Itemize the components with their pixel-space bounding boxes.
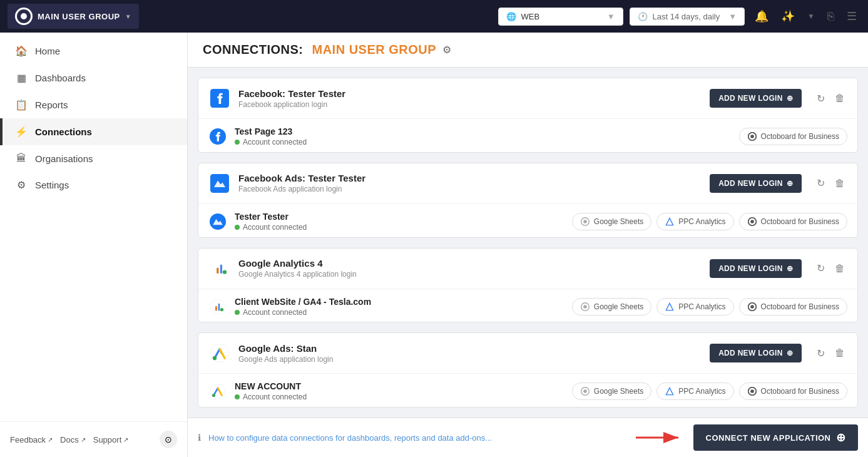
status-text: Account connected — [243, 308, 307, 317]
share-button[interactable]: ⎘ — [824, 6, 838, 27]
account-info: NEW ACCOUNT Account connected — [235, 381, 564, 401]
card-info: Google Analytics 4 Google Analytics 4 ap… — [238, 258, 702, 279]
sidebar-item-reports[interactable]: 📋 Reports — [0, 91, 187, 118]
card-header: Google Ads: Stan Google Ads application … — [198, 333, 857, 374]
status-dot — [235, 140, 240, 145]
account-logo — [208, 297, 227, 316]
octoboard-badge[interactable]: Octoboard for Business — [739, 213, 847, 230]
card-actions: ↻ 🗑 — [814, 175, 847, 192]
date-range-label: Last 14 days, daily — [653, 12, 720, 21]
target-badges: Google Sheets PPC Analytics — [572, 298, 847, 316]
delete-button[interactable]: 🗑 — [832, 260, 847, 277]
group-settings-button[interactable]: ⚙ — [442, 44, 451, 56]
ppc-badge[interactable]: PPC Analytics — [656, 298, 733, 316]
feedback-link[interactable]: Feedback ↗ — [10, 435, 53, 444]
connections-list: Facebook: Tester Tester Facebook applica… — [188, 68, 868, 418]
account-name: NEW ACCOUNT — [235, 381, 564, 391]
card-info: Google Ads: Stan Google Ads application … — [238, 343, 702, 364]
layout: 🏠 Home ▦ Dashboards 📋 Reports ⚡ Connecti… — [0, 33, 868, 457]
info-link[interactable]: How to configure data connections for da… — [208, 433, 628, 443]
account-name: Client WebSite / GA4 - Tesla.com — [235, 297, 564, 307]
sidebar-item-dashboards[interactable]: ▦ Dashboards — [0, 64, 187, 91]
docs-label: Docs — [60, 435, 79, 444]
gsheets-badge[interactable]: Google Sheets — [572, 298, 651, 316]
status-text: Account connected — [243, 223, 307, 232]
group-name: MAIN USER GROUP — [38, 12, 120, 21]
target-badges: Octoboard for Business — [739, 128, 847, 145]
gsheets-badge[interactable]: Google Sheets — [572, 213, 651, 230]
delete-button[interactable]: 🗑 — [832, 175, 847, 192]
support-link[interactable]: Support ↗ — [93, 435, 129, 444]
notifications-button[interactable]: 🔔 — [751, 6, 772, 27]
card-actions: ↻ 🗑 — [814, 260, 847, 277]
svg-point-29 — [750, 389, 754, 393]
date-range-selector[interactable]: 🕐 Last 14 days, daily ▼ — [630, 8, 745, 26]
badge-label: PPC Analytics — [678, 217, 725, 226]
octoboard-badge[interactable]: Octoboard for Business — [739, 128, 847, 145]
refresh-button[interactable]: ↻ — [814, 90, 827, 107]
menu-button[interactable]: ☰ — [843, 6, 860, 27]
card-header: Facebook: Tester Tester Facebook applica… — [198, 78, 857, 119]
sidebar-item-organisations[interactable]: 🏛 Organisations — [0, 145, 187, 172]
ga4-logo — [208, 257, 231, 280]
octoboard-badge[interactable]: Octoboard for Business — [739, 298, 847, 316]
connection-card-ga4: Google Analytics 4 Google Analytics 4 ap… — [198, 248, 858, 323]
connect-new-application-button[interactable]: CONNECT NEW APPLICATION ⊕ — [693, 424, 859, 451]
plus-icon: ⊕ — [787, 349, 793, 357]
sidebar-item-connections[interactable]: ⚡ Connections — [0, 118, 187, 145]
status-text: Account connected — [243, 393, 307, 401]
delete-button[interactable]: 🗑 — [832, 90, 847, 106]
sidebar-item-settings[interactable]: ⚙ Settings — [0, 172, 187, 198]
group-selector[interactable]: MAIN USER GROUP ▼ — [8, 4, 139, 29]
add-login-button[interactable]: ADD NEW LOGIN ⊕ — [710, 259, 802, 278]
badge-label: Google Sheets — [594, 217, 643, 226]
arrow-indicator — [636, 431, 686, 444]
refresh-button[interactable]: ↻ — [814, 260, 827, 277]
card-subtitle: Facebook Ads application login — [238, 185, 702, 193]
add-login-button[interactable]: ADD NEW LOGIN ⊕ — [710, 174, 802, 193]
svg-point-14 — [220, 307, 223, 311]
status-dot — [235, 394, 240, 399]
badge-label: PPC Analytics — [678, 387, 725, 396]
account-status: Account connected — [235, 308, 564, 317]
sidebar-item-home[interactable]: 🏠 Home — [0, 38, 187, 64]
delete-button[interactable]: 🗑 — [832, 345, 847, 361]
ppc-badge[interactable]: PPC Analytics — [656, 213, 733, 230]
connection-card-fb1: Facebook: Tester Tester Facebook applica… — [198, 78, 858, 153]
account-row: Tester Tester Account connected — [198, 204, 857, 238]
card-subtitle: Google Ads application login — [238, 355, 702, 364]
organisations-icon: 🏛 — [15, 153, 28, 164]
status-dot — [235, 225, 240, 230]
card-header: Google Analytics 4 Google Analytics 4 ap… — [198, 249, 857, 289]
page-header: CONNECTIONS: MAIN USER GROUP ⚙ — [188, 33, 868, 68]
octoboard-badge[interactable]: Octoboard for Business — [739, 383, 847, 400]
add-login-button[interactable]: ADD NEW LOGIN ⊕ — [710, 89, 802, 108]
sparkle-button[interactable]: ✨ — [777, 6, 799, 27]
badge-label: PPC Analytics — [678, 302, 725, 311]
refresh-button[interactable]: ↻ — [814, 345, 827, 362]
status-dot — [235, 310, 240, 315]
gsheets-logo — [580, 217, 590, 227]
chevron-down-icon: ▼ — [607, 12, 615, 21]
refresh-button[interactable]: ↻ — [814, 175, 827, 192]
web-selector[interactable]: 🌐 WEB ▼ — [498, 8, 623, 26]
svg-point-7 — [583, 220, 587, 223]
card-subtitle: Facebook application login — [238, 100, 702, 109]
add-login-button[interactable]: ADD NEW LOGIN ⊕ — [710, 344, 802, 362]
account-info: Tester Tester Account connected — [235, 212, 564, 232]
sidebar-item-label: Reports — [35, 100, 68, 110]
main-content: CONNECTIONS: MAIN USER GROUP ⚙ Faceboo — [188, 33, 868, 457]
chevron-down-icon[interactable]: ▼ — [804, 8, 819, 24]
gsheets-badge[interactable]: Google Sheets — [572, 383, 651, 400]
navigate-back-button[interactable]: ⊙ — [160, 431, 177, 448]
card-title: Google Ads: Stan — [238, 343, 702, 354]
top-bar-actions: 🔔 ✨ ▼ ⎘ ☰ — [751, 6, 860, 27]
target-badges: Google Sheets PPC Analytics — [572, 383, 847, 400]
chevron-down-icon: ▼ — [125, 13, 131, 20]
add-login-label: ADD NEW LOGIN — [718, 94, 783, 103]
badge-label: Google Sheets — [594, 387, 643, 396]
docs-link[interactable]: Docs ↗ — [60, 435, 86, 444]
account-name: Tester Tester — [235, 212, 564, 222]
sidebar-item-label: Connections — [35, 126, 92, 137]
ppc-badge[interactable]: PPC Analytics — [656, 383, 733, 400]
